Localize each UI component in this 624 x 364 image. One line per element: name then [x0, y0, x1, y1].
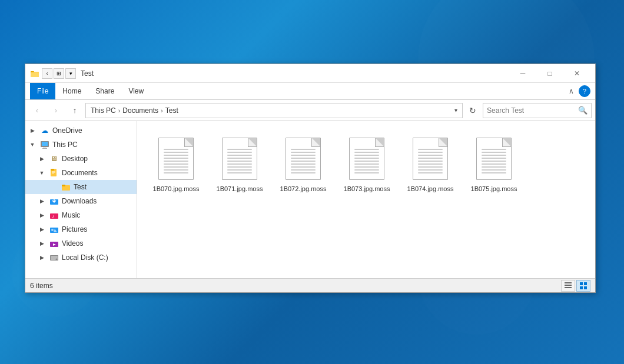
doc-lines-5 [482, 149, 506, 173]
svg-rect-29 [580, 286, 583, 289]
breadcrumb-dropdown-button[interactable]: ▾ [454, 107, 457, 113]
main-area: ▶ ☁ OneDrive ▼ This PC ▶ 🖥 Desktop ▼ [25, 121, 595, 278]
svg-rect-11 [52, 173, 54, 174]
refresh-button[interactable]: ↻ [465, 103, 480, 118]
doc-lines-1 [227, 149, 252, 173]
status-bar: 6 items [25, 278, 595, 292]
file-item-0[interactable]: 1B070.jpg.moss [147, 131, 205, 198]
onedrive-icon: ☁ [39, 125, 50, 136]
expand-drive-icon: ▶ [37, 253, 47, 262]
file-name-2: 1B072.jpg.moss [280, 185, 327, 193]
ribbon-collapse-button[interactable]: ∧ [566, 86, 576, 96]
pictures-icon [49, 224, 59, 235]
svg-rect-9 [52, 171, 55, 172]
expand-this-pc-icon: ▼ [28, 140, 37, 149]
qat-properties-button[interactable]: ⊞ [54, 68, 64, 79]
file-item-3[interactable]: 1B073.jpg.moss [337, 131, 396, 198]
back-button[interactable]: ‹ [29, 102, 45, 119]
details-view-button[interactable] [561, 280, 575, 292]
sidebar-item-test[interactable]: ▶ Test [25, 180, 137, 194]
sidebar-item-videos[interactable]: ▶ Videos [25, 236, 137, 251]
tab-file[interactable]: File [30, 83, 55, 99]
breadcrumb-sep-2: › [161, 107, 163, 114]
sidebar-item-desktop[interactable]: ▶ 🖥 Desktop [25, 152, 137, 166]
svg-rect-25 [565, 285, 572, 286]
sidebar-item-local-disk[interactable]: ▶ Local Disk (C:) [25, 251, 137, 265]
qat-dropdown-button[interactable]: ▾ [65, 68, 76, 79]
documents-icon [49, 168, 59, 178]
file-icon-0 [155, 135, 197, 182]
address-bar: ‹ › ↑ This PC › Documents › Test ▾ ↻ 🔍 [25, 100, 595, 121]
file-item-1[interactable]: 1B071.jpg.moss [210, 131, 269, 198]
close-button[interactable]: ✕ [563, 64, 590, 83]
expand-desktop-icon: ▶ [37, 154, 47, 163]
qat-back-button[interactable]: ‹ [42, 68, 52, 79]
sidebar-item-pictures[interactable]: ▶ Pictures [25, 222, 137, 236]
svg-rect-10 [52, 172, 55, 173]
expand-onedrive-icon: ▶ [28, 126, 37, 135]
file-name-0: 1B070.jpg.moss [153, 185, 200, 193]
document-icon-5 [476, 138, 512, 180]
file-name-3: 1B073.jpg.moss [344, 185, 390, 193]
file-item-5[interactable]: 1B075.jpg.moss [464, 131, 523, 198]
tab-share[interactable]: Share [88, 83, 121, 99]
search-button[interactable]: 🔍 [578, 106, 588, 115]
sidebar-item-documents[interactable]: ▼ Documents [25, 166, 137, 180]
window-icon [30, 69, 39, 78]
search-input[interactable] [487, 106, 578, 115]
sidebar-item-this-pc[interactable]: ▼ This PC [25, 138, 137, 152]
document-icon-3 [349, 138, 384, 180]
title-bar: ‹ ⊞ ▾ Test ─ □ ✕ [25, 64, 595, 83]
breadcrumb-documents[interactable]: Documents [122, 106, 158, 115]
test-label: Test [74, 183, 87, 191]
search-box: 🔍 [483, 103, 592, 118]
document-icon-4 [413, 138, 448, 180]
onedrive-label: OneDrive [52, 126, 82, 135]
documents-label: Documents [62, 169, 98, 177]
document-icon-1 [222, 138, 257, 180]
file-item-4[interactable]: 1B074.jpg.moss [401, 131, 460, 198]
svg-rect-6 [42, 148, 47, 149]
svg-point-18 [51, 229, 54, 231]
maximize-button[interactable]: □ [536, 64, 563, 83]
breadcrumb-test[interactable]: Test [165, 106, 178, 115]
item-count: 6 items [30, 282, 561, 290]
this-pc-label: This PC [52, 141, 78, 149]
tab-home[interactable]: Home [55, 83, 88, 99]
videos-label: Videos [62, 239, 83, 248]
expand-music-icon: ▶ [37, 211, 47, 220]
tab-view[interactable]: View [121, 83, 151, 99]
music-icon: ♪ [49, 210, 59, 221]
desktop-icon: 🖥 [49, 153, 59, 164]
tiles-view-button[interactable] [576, 280, 590, 292]
svg-rect-4 [42, 142, 48, 146]
file-name-4: 1B074.jpg.moss [407, 185, 454, 193]
svg-rect-24 [565, 282, 572, 283]
ribbon-end-controls: ∧ ? [566, 85, 590, 97]
ribbon: File Home Share View ∧ ? [25, 83, 595, 100]
forward-button[interactable]: › [48, 102, 64, 119]
doc-lines-2 [291, 149, 316, 173]
doc-lines-4 [418, 149, 443, 173]
breadcrumb-sep-1: › [118, 107, 121, 114]
file-item-2[interactable]: 1B072.jpg.moss [274, 131, 333, 198]
up-button[interactable]: ↑ [67, 102, 83, 119]
sidebar-item-onedrive[interactable]: ▶ ☁ OneDrive [25, 123, 137, 138]
file-name-1: 1B071.jpg.moss [217, 185, 263, 193]
svg-rect-13 [62, 185, 65, 186]
expand-pictures-icon: ▶ [37, 225, 47, 234]
svg-rect-30 [584, 286, 587, 289]
document-icon-0 [158, 138, 194, 180]
pictures-label: Pictures [62, 225, 87, 233]
sidebar-item-music[interactable]: ▶ ♪ Music [25, 208, 137, 222]
local-disk-label: Local Disk (C:) [62, 253, 108, 262]
view-buttons [561, 280, 590, 292]
sidebar-item-downloads[interactable]: ▶ Downloads [25, 194, 137, 208]
breadcrumb-bar[interactable]: This PC › Documents › Test ▾ [85, 103, 463, 118]
desktop-label: Desktop [62, 155, 88, 163]
breadcrumb-this-pc[interactable]: This PC [91, 106, 116, 115]
minimize-button[interactable]: ─ [509, 64, 536, 83]
help-button[interactable]: ? [579, 85, 590, 97]
window-controls: ─ □ ✕ [509, 64, 590, 83]
document-icon-2 [286, 138, 321, 180]
